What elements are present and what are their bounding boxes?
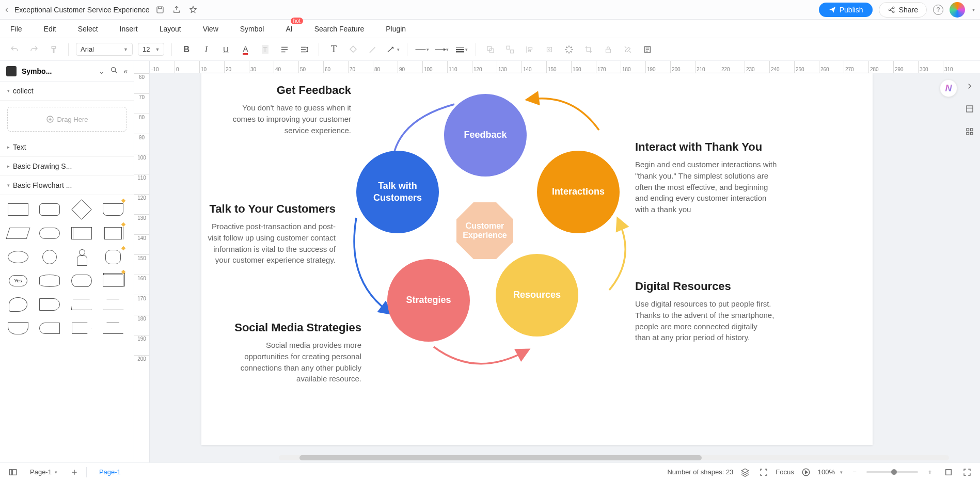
publish-button[interactable]: Publish [819, 3, 873, 17]
section-basic-flowchart[interactable]: ▾Basic Flowchart ... [0, 176, 134, 195]
menu-ai[interactable]: AI hot [286, 25, 292, 33]
shape-yes-pill[interactable]: Yes [6, 271, 30, 290]
line-style-button[interactable]: ▾ [415, 42, 429, 57]
menu-file[interactable]: File [10, 25, 22, 33]
align-objects-button[interactable] [523, 42, 537, 57]
menu-plugin[interactable]: Plugin [386, 25, 406, 33]
font-color-button[interactable]: A [238, 42, 252, 57]
shape-pentagon[interactable] [70, 319, 93, 338]
shape-display[interactable] [38, 319, 61, 338]
menu-edit[interactable]: Edit [44, 25, 56, 33]
menu-layout[interactable]: Layout [160, 25, 181, 33]
shape-stored-data[interactable] [38, 295, 61, 314]
align-button[interactable] [277, 42, 292, 57]
diagram-center-customer-experience[interactable]: Customer Experience [456, 202, 513, 259]
add-page-button[interactable] [68, 466, 81, 479]
shape-cylinder[interactable] [38, 271, 61, 290]
diagram-node-interactions[interactable]: Interactions [537, 151, 620, 233]
save-icon[interactable] [155, 5, 165, 14]
zoom-in-button[interactable]: + [923, 466, 937, 479]
group-button[interactable] [483, 42, 498, 57]
text-highlight-button[interactable]: T [258, 42, 272, 57]
page-setup-button[interactable] [640, 42, 655, 57]
zoom-value[interactable]: 100% [818, 468, 835, 476]
line-spacing-button[interactable] [297, 42, 311, 57]
caption-talk[interactable]: Talk to Your Customers Proactive post-tr… [207, 202, 336, 266]
collapse-panel-button[interactable]: « [123, 67, 128, 75]
shape-wave[interactable] [6, 319, 30, 338]
shape-parallelogram[interactable] [6, 224, 30, 243]
diagram-node-talk[interactable]: Talk with Customers [356, 151, 439, 233]
shape-manual-op[interactable] [70, 295, 93, 314]
shape-multi-doc[interactable] [101, 271, 125, 290]
ai-assistant-badge[interactable]: N [940, 79, 957, 97]
caption-strategies[interactable]: Social Media Strategies Social media pro… [222, 321, 361, 384]
section-text[interactable]: ▸Text [0, 138, 134, 157]
shape-rounded-rect[interactable] [38, 200, 61, 219]
line-weight-button[interactable]: ▾ [454, 42, 468, 57]
effects-button[interactable] [562, 42, 576, 57]
text-tool-button[interactable]: T [326, 42, 341, 57]
fullscreen-button[interactable] [960, 466, 974, 479]
search-icon[interactable] [110, 66, 118, 76]
crop-button[interactable] [581, 42, 596, 57]
shape-document[interactable] [101, 200, 125, 219]
shape-diamond[interactable] [70, 200, 93, 219]
fill-button[interactable] [346, 42, 360, 57]
menu-symbol[interactable]: Symbol [240, 25, 264, 33]
shape-user[interactable] [101, 248, 125, 266]
zoom-slider-thumb[interactable] [891, 469, 897, 475]
shape-internal-storage[interactable] [101, 224, 125, 243]
line-color-button[interactable] [366, 42, 380, 57]
shape-terminator[interactable] [38, 224, 61, 243]
star-icon[interactable] [188, 5, 198, 14]
export-icon[interactable] [172, 5, 181, 14]
diagram-node-resources[interactable]: Resources [496, 254, 578, 336]
section-basic-drawing[interactable]: ▸Basic Drawing S... [0, 157, 134, 176]
zoom-out-button[interactable]: − [848, 466, 861, 479]
user-avatar[interactable] [950, 2, 965, 18]
connector-button[interactable]: ▾ [385, 42, 400, 57]
diagram-node-strategies[interactable]: Strategies [387, 259, 470, 342]
zoom-slider[interactable] [866, 471, 918, 473]
arrow-style-button[interactable]: ▾ [434, 42, 449, 57]
shape-ellipse[interactable] [6, 248, 30, 266]
format-painter-button[interactable] [46, 42, 61, 57]
section-collect[interactable]: ▾collect [0, 82, 134, 101]
share-button[interactable]: Share [879, 2, 927, 18]
italic-button[interactable]: I [199, 42, 213, 57]
ungroup-button[interactable] [503, 42, 517, 57]
diagram-node-feedback[interactable]: Feedback [444, 94, 527, 177]
fit-page-button[interactable] [942, 466, 955, 479]
font-size-select[interactable]: 12▼ [138, 43, 164, 56]
back-button[interactable]: ‹ [5, 4, 8, 15]
menu-select[interactable]: Select [78, 25, 98, 33]
outline-toggle[interactable] [6, 466, 20, 479]
symbols-menu-caret[interactable]: ⌄ [99, 67, 105, 75]
lock-button[interactable] [601, 42, 615, 57]
focus-label[interactable]: Focus [776, 468, 794, 476]
layers-icon[interactable] [738, 466, 752, 479]
properties-icon[interactable] [964, 103, 975, 115]
zoom-caret[interactable]: ▾ [840, 470, 843, 475]
caption-interactions[interactable]: Interact with Thank You Begin and end cu… [635, 140, 780, 215]
caption-feedback[interactable]: Get Feedback You don't have to guess whe… [222, 84, 351, 136]
shape-trapezoid[interactable] [101, 295, 125, 314]
menu-view[interactable]: View [203, 25, 218, 33]
shape-predefined[interactable] [70, 224, 93, 243]
shape-callout[interactable] [6, 295, 30, 314]
help-button[interactable]: ? [933, 5, 943, 15]
drawing-page[interactable]: Customer Experience Feedback Interaction… [201, 73, 873, 445]
horizontal-scrollbar[interactable] [279, 455, 949, 460]
redo-button[interactable] [27, 42, 41, 57]
shape-circle[interactable] [38, 248, 61, 266]
distribute-button[interactable] [542, 42, 557, 57]
caption-resources[interactable]: Digital Resources Use digital resources … [635, 280, 774, 343]
canvas-area[interactable]: -100102030405060708090100110120130140150… [134, 61, 980, 462]
menu-search-feature[interactable]: Search Feature [314, 25, 365, 33]
shape-actor[interactable] [70, 248, 93, 266]
bold-button[interactable]: B [179, 42, 194, 57]
expand-right-icon[interactable] [964, 81, 975, 92]
shape-rectangle[interactable] [6, 200, 30, 219]
presentation-icon[interactable] [799, 466, 813, 479]
